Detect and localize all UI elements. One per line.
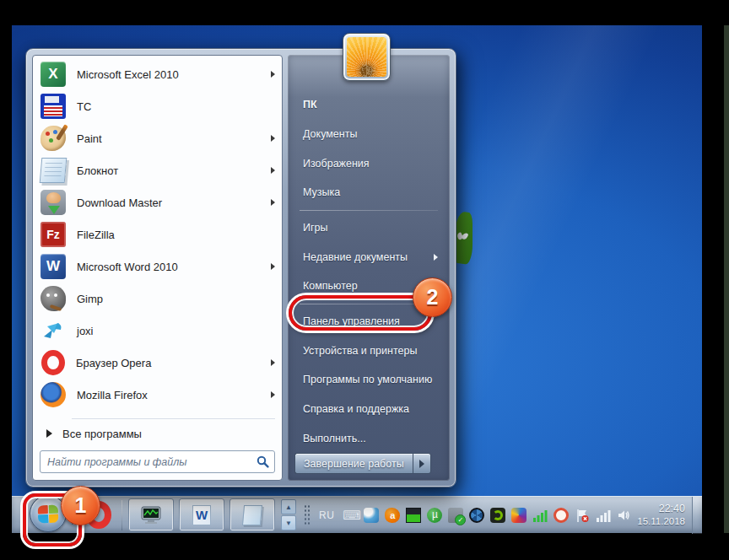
program-label: Microsoft Excel 2010: [77, 68, 179, 81]
start-menu-right-panel: ПК Документы Изображения Музыка Игры Нед…: [288, 55, 450, 481]
program-item-gimp[interactable]: Gimp: [33, 283, 282, 315]
paint-icon: [40, 126, 66, 151]
menu-item-default-programs[interactable]: Программы по умолчанию: [288, 365, 450, 395]
tray-grip[interactable]: [304, 504, 310, 526]
scroll-up-button[interactable]: ▲: [281, 499, 296, 514]
menu-item-run[interactable]: Выполнить...: [288, 423, 450, 453]
taskbar-button-notepad[interactable]: [230, 498, 275, 531]
start-menu: X Microsoft Excel 2010 TC Paint Блокнот: [25, 48, 456, 487]
submenu-arrow-icon: [271, 135, 275, 142]
all-programs-button[interactable]: Все программы: [33, 421, 282, 446]
menu-item-label: Панель управления: [303, 315, 400, 327]
start-button[interactable]: [30, 495, 67, 532]
program-label: Microsoft Word 2010: [77, 261, 178, 273]
user-avatar[interactable]: [343, 33, 391, 81]
tray-display-grid-icon[interactable]: [406, 508, 421, 523]
all-programs-label: Все программы: [62, 428, 142, 440]
menu-item-games[interactable]: Игры: [288, 213, 450, 243]
nvidia-settings-icon[interactable]: [490, 508, 505, 523]
submenu-arrow-icon: [271, 199, 275, 206]
filezilla-icon: Fz: [40, 222, 66, 247]
taskbar-opera-icon[interactable]: [86, 501, 111, 529]
action-center-flag-icon[interactable]: [575, 508, 590, 523]
scroll-down-button[interactable]: ▼: [281, 515, 296, 530]
all-programs-arrow-icon: [46, 429, 52, 438]
menu-item-music[interactable]: Музыка: [288, 178, 450, 207]
program-item-filezilla[interactable]: Fz FileZilla: [33, 218, 282, 250]
program-item-download-master[interactable]: Download Master: [33, 186, 282, 218]
menu-item-label: Программы по умолчанию: [303, 374, 432, 385]
firefox-icon: [40, 382, 66, 407]
word-icon: W: [40, 254, 66, 279]
program-item-word[interactable]: W Microsoft Word 2010: [33, 250, 282, 283]
program-item-tc[interactable]: TC: [33, 90, 282, 122]
program-item-joxi[interactable]: joxi: [33, 315, 282, 347]
program-item-notepad[interactable]: Блокнот: [33, 154, 282, 186]
search-box: [40, 450, 275, 473]
taskbar-clock[interactable]: 22:40 15.11.2018: [637, 503, 685, 528]
menu-item-label: Справка и поддержка: [303, 403, 409, 415]
program-item-opera[interactable]: Браузер Opera: [33, 347, 282, 379]
show-desktop-button[interactable]: [692, 497, 702, 534]
submenu-arrow-icon: [271, 167, 275, 174]
submenu-arrow-icon: [271, 359, 275, 366]
quick-launch-grip[interactable]: [71, 504, 77, 526]
taskbar-scroll-control: ▲ ▼: [281, 499, 296, 530]
program-label: joxi: [77, 325, 94, 337]
language-indicator[interactable]: RU: [319, 509, 334, 521]
submenu-arrow-icon: [271, 71, 275, 78]
search-input[interactable]: [47, 456, 256, 468]
menu-item-label: Игры: [303, 222, 327, 234]
divider: [300, 210, 438, 211]
menu-item-computer[interactable]: Компьютер: [288, 272, 450, 301]
tray-app-blue-icon[interactable]: [364, 508, 379, 523]
shutdown-button[interactable]: Завершение работы: [294, 453, 413, 474]
divider: [122, 500, 122, 530]
search-icon[interactable]: [256, 455, 269, 468]
avast-antivirus-icon[interactable]: a: [385, 508, 400, 523]
notepad-icon: [40, 158, 68, 183]
joxi-icon: [40, 318, 66, 343]
program-item-firefox[interactable]: Mozilla Firefox: [33, 379, 282, 411]
menu-item-label: Недавние документы: [303, 251, 408, 263]
safely-remove-hardware-icon[interactable]: [448, 508, 463, 523]
menu-item-label: Изображения: [303, 158, 370, 170]
notepad-icon: [242, 505, 262, 525]
clock-time: 22:40: [637, 503, 685, 516]
menu-item-recent-documents[interactable]: Недавние документы: [288, 242, 450, 272]
program-label: Mozilla Firefox: [77, 389, 148, 401]
volume-icon[interactable]: [617, 508, 632, 523]
menu-item-label: Документы: [303, 128, 357, 140]
menu-item-documents[interactable]: Документы: [288, 120, 450, 149]
shutdown-options-arrow-button[interactable]: [413, 453, 431, 474]
keyboard-layout-icon[interactable]: ⌨: [343, 508, 358, 523]
network-signal-icon[interactable]: [596, 508, 611, 523]
gimp-icon: [40, 286, 66, 311]
green-signal-bars-icon[interactable]: [532, 508, 548, 523]
menu-item-label: ПК: [303, 99, 317, 110]
submenu-arrow-icon: [271, 263, 275, 270]
pinned-programs-list: X Microsoft Excel 2010 TC Paint Блокнот: [33, 56, 282, 417]
program-item-excel[interactable]: X Microsoft Excel 2010: [33, 58, 282, 90]
program-label: Браузер Opera: [76, 357, 151, 369]
menu-item-user[interactable]: ПК: [288, 90, 450, 120]
menu-item-help-support[interactable]: Справка и поддержка: [288, 395, 450, 424]
download-master-icon: [40, 190, 66, 215]
download-manager-tray-icon[interactable]: [511, 508, 526, 523]
menu-item-control-panel[interactable]: Панель управления: [288, 307, 450, 337]
wallpaper-butterfly-decoration: [457, 233, 467, 240]
utorrent-icon[interactable]: µ: [427, 508, 442, 523]
menu-item-devices-printers[interactable]: Устройства и принтеры: [288, 336, 450, 365]
shutdown-label: Завершение работы: [304, 458, 404, 470]
program-item-paint[interactable]: Paint: [33, 122, 282, 154]
program-label: FileZilla: [77, 229, 115, 241]
taskbar-button-system-monitor[interactable]: [128, 498, 174, 531]
opera-icon: [41, 350, 65, 375]
clock-date: 15.11.2018: [637, 515, 685, 527]
menu-item-pictures[interactable]: Изображения: [288, 148, 450, 178]
screenshot-tool-icon[interactable]: [469, 508, 484, 523]
excel-icon: X: [40, 62, 66, 87]
taskbar: W ▲ ▼ RU ⌨ a µ: [12, 496, 702, 533]
recorder-status-icon[interactable]: [554, 508, 569, 523]
taskbar-button-word[interactable]: W: [179, 498, 224, 531]
